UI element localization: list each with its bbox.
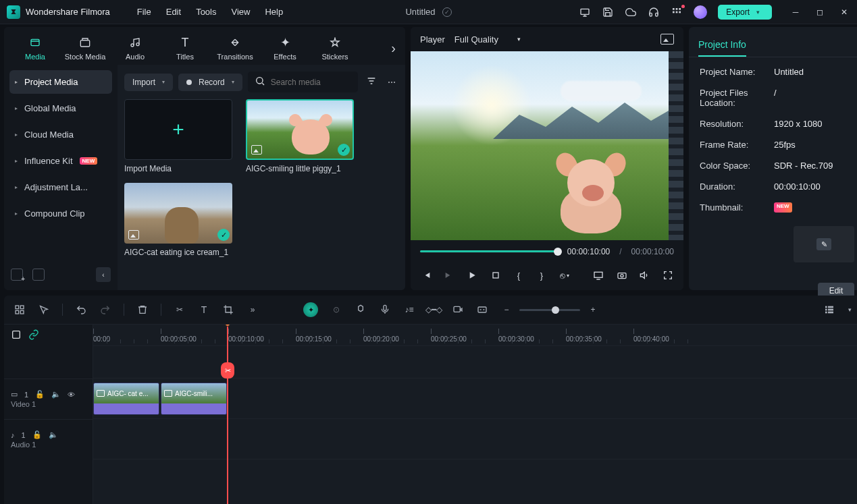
scrub-knob[interactable]	[554, 248, 562, 256]
media-item[interactable]: ✓ AIGC-smiling little piggy_1	[246, 99, 354, 173]
export-button[interactable]: Export ▾	[718, 5, 772, 20]
record-screen-icon[interactable]	[452, 304, 464, 316]
video-track[interactable]: AIGC- cat e... AIGC-smili...	[93, 379, 857, 419]
visibility-icon[interactable]: 👁	[68, 391, 75, 399]
sync-status-icon[interactable]: ✓	[442, 7, 452, 17]
snapshot-icon[interactable]	[660, 34, 674, 45]
preview-viewport[interactable]	[411, 51, 683, 240]
timeline-canvas[interactable]: 00:0000:00:05:0000:00:10:0000:00:15:0000…	[93, 325, 857, 504]
device-icon[interactable]	[579, 6, 591, 18]
crop-tool-icon[interactable]	[222, 304, 234, 316]
mute-icon[interactable]: 🔈	[49, 430, 58, 439]
ai-tools-button[interactable]: ✦	[303, 302, 318, 317]
tab-audio[interactable]: Audio	[111, 31, 159, 65]
timeline-clip[interactable]: AIGC-smili...	[161, 383, 227, 415]
text-tool-icon[interactable]: T	[198, 304, 210, 316]
bin-icon[interactable]	[32, 269, 45, 281]
media-item[interactable]: ✓ AIGC-cat eating ice cream_1	[124, 183, 232, 257]
step-back-button[interactable]	[443, 269, 455, 282]
lock-icon[interactable]: 🔓	[35, 390, 45, 399]
prev-frame-button[interactable]	[420, 269, 432, 282]
zoom-knob[interactable]	[552, 306, 559, 314]
info-tab[interactable]: Project Info	[698, 34, 746, 57]
headphones-icon[interactable]	[648, 6, 660, 18]
tab-titles[interactable]: T Titles	[161, 31, 209, 65]
speed-icon[interactable]: ⊙	[330, 304, 342, 316]
zoom-in-button[interactable]: +	[587, 304, 599, 316]
link-icon[interactable]	[28, 329, 39, 342]
stop-button[interactable]	[490, 269, 502, 282]
menu-edit[interactable]: Edit	[166, 7, 181, 17]
menu-tools[interactable]: Tools	[196, 7, 216, 17]
sidebar-item-influence-kit[interactable]: ▸Influence KitNEW	[9, 149, 112, 173]
timeline-settings-icon[interactable]	[11, 329, 22, 342]
scrub-track[interactable]	[420, 250, 558, 253]
track-view-icon[interactable]	[823, 304, 835, 316]
playhead-grip[interactable]: ✂	[221, 362, 234, 379]
tab-stock-media[interactable]: Stock Media	[61, 31, 109, 65]
display-mode-icon[interactable]	[592, 269, 604, 282]
window-minimize[interactable]: ─	[789, 6, 802, 18]
more-icon[interactable]: ⋯	[385, 78, 398, 87]
save-icon[interactable]	[602, 6, 614, 18]
tab-media[interactable]: Media	[11, 31, 59, 65]
search-field[interactable]	[248, 72, 358, 92]
sidebar-item-project-media[interactable]: ▸Project Media	[9, 70, 112, 94]
search-input[interactable]	[271, 78, 351, 87]
cloud-icon[interactable]	[625, 6, 637, 18]
time-ruler[interactable]: 00:0000:00:05:0000:00:10:0000:00:15:0000…	[93, 325, 857, 346]
redo-button[interactable]	[99, 304, 111, 316]
import-dropdown[interactable]: Import▾	[124, 74, 173, 91]
sidebar-item-adjustment-layer[interactable]: ▸Adjustment La...	[9, 175, 112, 199]
mute-icon[interactable]: 🔈	[51, 390, 61, 399]
menu-file[interactable]: File	[137, 7, 151, 17]
quality-dropdown[interactable]: Full Quality ▾	[455, 34, 521, 45]
tab-transitions[interactable]: Transitions	[211, 31, 259, 65]
more-tools-icon[interactable]: »	[246, 304, 259, 316]
user-avatar[interactable]	[694, 5, 707, 19]
layout-icon[interactable]	[14, 304, 26, 316]
track-options-icon[interactable]: ▾	[843, 304, 856, 316]
split-tool-icon[interactable]: ✂	[174, 304, 186, 316]
sidebar-item-cloud-media[interactable]: ▸Cloud Media	[9, 123, 112, 146]
zoom-out-button[interactable]: −	[500, 304, 513, 316]
zoom-slider[interactable]	[519, 309, 580, 311]
mark-in-button[interactable]: {	[513, 269, 525, 282]
thumbnail-preview[interactable]: ✎	[794, 226, 854, 262]
caption-icon[interactable]	[476, 304, 488, 316]
marker-icon[interactable]	[355, 304, 367, 316]
sidebar-item-global-media[interactable]: ▸Global Media	[9, 96, 112, 120]
menu-help[interactable]: Help	[265, 7, 283, 17]
menu-view[interactable]: View	[231, 7, 250, 17]
delete-button[interactable]	[136, 304, 149, 316]
audio-mix-icon[interactable]: ♪≡	[403, 304, 415, 316]
voiceover-icon[interactable]	[379, 304, 391, 316]
mark-out-button[interactable]: }	[536, 269, 548, 282]
video-track-header[interactable]: ▭ 1 🔓 🔈 👁 Video 1	[4, 379, 93, 419]
playhead[interactable]: ✂	[227, 325, 228, 504]
tab-effects[interactable]: ✦ Effects	[261, 31, 309, 65]
window-maximize[interactable]: ◻	[814, 6, 826, 18]
camera-icon[interactable]	[616, 269, 628, 282]
window-close[interactable]: ✕	[838, 6, 850, 18]
timeline-clip[interactable]: AIGC- cat e...	[93, 383, 159, 415]
collapse-sidebar-button[interactable]: ‹	[96, 267, 111, 282]
record-dropdown[interactable]: Record▾	[178, 74, 242, 91]
apps-icon[interactable]	[671, 6, 683, 18]
audio-track[interactable]	[93, 419, 857, 459]
tabs-scroll-right[interactable]: ›	[391, 40, 396, 56]
cursor-tool-icon[interactable]	[38, 304, 50, 316]
tab-stickers[interactable]: Stickers	[311, 31, 359, 65]
keyframe-icon[interactable]: ◇━◇	[427, 304, 440, 316]
import-media-tile[interactable]: + Import Media	[124, 99, 232, 173]
volume-icon[interactable]	[639, 269, 651, 282]
undo-button[interactable]	[75, 304, 87, 316]
sidebar-item-compound-clip[interactable]: ▸Compound Clip	[9, 202, 112, 225]
fullscreen-icon[interactable]	[662, 269, 674, 282]
play-button[interactable]	[466, 269, 478, 282]
new-bin-icon[interactable]	[11, 269, 23, 281]
lock-icon[interactable]: 🔓	[32, 430, 42, 439]
filter-icon[interactable]	[363, 76, 380, 88]
audio-track-header[interactable]: ♪ 1 🔓 🔈 Audio 1	[4, 419, 93, 459]
playback-options[interactable]: ⎋▾	[559, 269, 571, 282]
